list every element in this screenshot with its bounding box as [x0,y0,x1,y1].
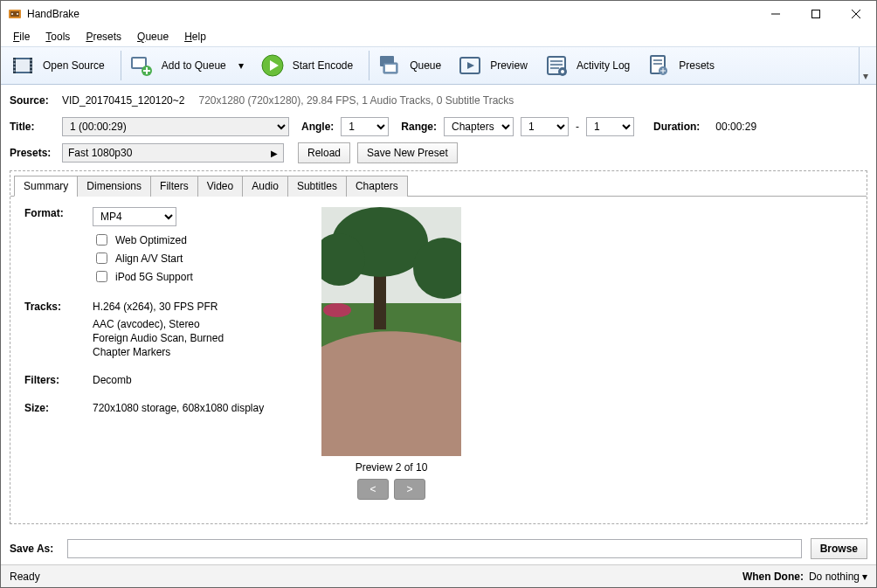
tab-video[interactable]: Video [197,176,243,197]
close-button[interactable] [836,1,876,27]
svg-rect-18 [31,66,32,68]
svg-rect-12 [14,59,16,61]
svg-rect-19 [31,70,32,72]
tab-body: Format: MP4 Web Optimized Align A/V Star… [10,197,867,523]
presets-button[interactable]: Presets [642,51,727,80]
preview-nav: < > [357,479,425,500]
preview-label: Preview [490,59,528,72]
web-optimized-checkbox[interactable]: Web Optimized [93,232,287,248]
filters-label: Filters: [24,374,93,386]
play-icon [261,54,284,77]
activity-log-label: Activity Log [577,59,630,72]
preset-combo[interactable]: Fast 1080p30 ▶ [62,143,284,163]
start-encode-button[interactable]: Start Encode [256,51,365,80]
tab-summary[interactable]: Summary [14,176,78,197]
toolbar-separator [121,51,121,80]
tab-dimensions[interactable]: Dimensions [77,176,151,197]
menu-help[interactable]: Help [177,29,213,45]
presets-label: Presets: [10,147,55,159]
menu-file[interactable]: File [6,29,37,45]
tracks-label: Tracks: [24,301,93,313]
queue-button[interactable]: Queue [373,51,453,80]
range-label: Range: [401,121,437,133]
queue-icon [378,54,401,77]
status-bar: Ready When Done: Do nothing ▾ [1,564,876,587]
save-as-input[interactable] [67,539,802,558]
track-line: Foreign Audio Scan, Burned [93,332,287,344]
range-from-select[interactable]: 1 [521,117,569,136]
browse-button[interactable]: Browse [811,538,867,559]
source-row: Source: VID_20170415_120120~2 720x1280 (… [10,90,867,111]
filters-value: Decomb [93,374,132,386]
source-name: VID_20170415_120120~2 [62,94,184,107]
add-to-queue-label: Add to Queue [162,59,226,72]
svg-rect-21 [133,59,145,67]
when-done-dropdown[interactable]: Do nothing ▾ [809,571,867,583]
tab-panel: Summary Dimensions Filters Video Audio S… [10,170,867,524]
maximize-button[interactable] [796,1,836,27]
save-as-label: Save As: [10,543,59,555]
save-new-preset-button[interactable]: Save New Preset [357,142,458,163]
svg-rect-14 [14,66,16,68]
menu-queue[interactable]: Queue [130,29,176,45]
save-as-row: Save As: Browse [10,529,867,564]
tab-subtitles[interactable]: Subtitles [287,176,347,197]
preview-next-button[interactable]: > [394,479,425,500]
chevron-down-icon: ▾ [862,571,867,583]
summary-left: Format: MP4 Web Optimized Align A/V Star… [24,207,287,513]
tab-filters[interactable]: Filters [150,176,198,197]
tab-chapters[interactable]: Chapters [346,176,408,197]
source-label: Source: [10,94,55,107]
ipod-checkbox[interactable]: iPod 5G Support [93,268,287,285]
menubar: File Tools Presets Queue Help [1,27,876,46]
svg-rect-29 [385,65,396,72]
window-title: HandBrake [27,8,756,20]
preset-value: Fast 1080p30 [68,147,132,159]
when-done-value: Do nothing [809,571,860,583]
titlebar: HandBrake [1,1,876,27]
title-select[interactable]: 1 (00:00:29) [62,117,289,136]
align-av-checkbox[interactable]: Align A/V Start [93,250,287,266]
svg-point-37 [561,70,564,73]
toolbar-overflow[interactable]: ▾ [859,47,871,84]
preview-button[interactable]: Preview [453,51,540,80]
preview-caption: Preview 2 of 10 [356,461,428,474]
minimize-button[interactable] [756,1,796,27]
reload-button[interactable]: Reload [298,142,350,163]
open-source-button[interactable]: Open Source [6,51,117,80]
range-to-select[interactable]: 1 [586,117,634,136]
format-select[interactable]: MP4 [93,207,176,226]
preview-prev-button[interactable]: < [357,479,389,500]
svg-rect-5 [812,10,820,18]
svg-point-2 [11,13,13,15]
tab-audio[interactable]: Audio [242,176,288,197]
presets-label: Presets [679,59,715,72]
svg-point-48 [323,303,351,317]
svg-marker-31 [467,62,474,69]
presets-row: Presets: Fast 1080p30 ▶ Reload Save New … [10,142,867,163]
range-type-select[interactable]: Chapters [444,117,514,136]
angle-select[interactable]: 1 [341,117,389,136]
chevron-down-icon: ▾ [238,59,244,72]
source-meta: 720x1280 (720x1280), 29.84 FPS, 1 Audio … [198,94,514,107]
status-text: Ready [10,571,742,583]
preview-thumbnail [321,207,461,456]
queue-label: Queue [410,59,441,72]
film-icon [11,54,34,77]
app-icon [8,7,22,21]
angle-label: Angle: [301,121,334,133]
add-to-queue-button[interactable]: Add to Queue ▾ [125,51,256,80]
toolbar-separator [369,51,369,80]
title-label: Title: [10,121,55,133]
menu-presets[interactable]: Presets [79,29,128,45]
start-encode-label: Start Encode [293,59,353,72]
menu-tools[interactable]: Tools [38,29,77,45]
activity-log-button[interactable]: Activity Log [540,51,642,80]
track-line: H.264 (x264), 30 FPS PFR [93,301,218,313]
presets-icon [647,54,670,77]
svg-rect-13 [14,63,16,65]
duration-label: Duration: [653,121,700,133]
chevron-right-icon: ▶ [271,149,278,158]
svg-rect-17 [31,63,32,65]
duration-value: 00:00:29 [715,121,756,133]
